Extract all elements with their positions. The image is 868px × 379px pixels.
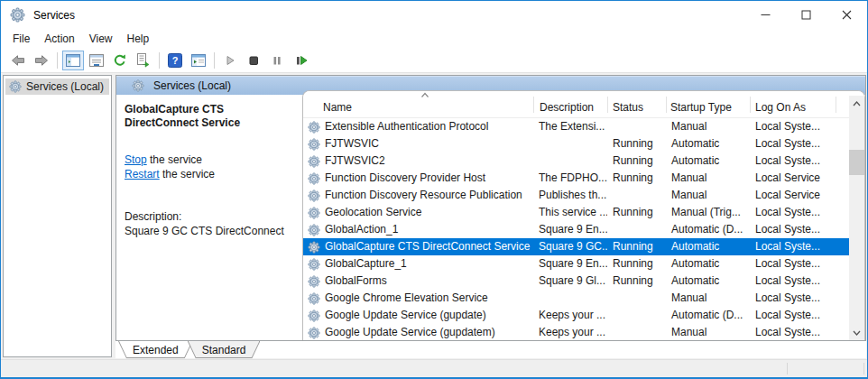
stop-service-button[interactable] bbox=[243, 51, 264, 70]
service-row[interactable]: GlobalCapture_1Square 9 En...RunningAuto… bbox=[303, 255, 849, 273]
service-name-cell: FJTWSVIC2 bbox=[303, 153, 533, 170]
minimize-icon bbox=[761, 10, 771, 20]
action-pane-icon bbox=[191, 54, 206, 67]
scroll-down-button[interactable] bbox=[849, 325, 864, 340]
menu-action[interactable]: Action bbox=[37, 30, 81, 48]
toolbar-separator bbox=[214, 52, 215, 69]
service-startup-type: Automatic bbox=[666, 238, 750, 255]
stop-service-link[interactable]: Stop bbox=[125, 153, 147, 166]
column-header-startup-type[interactable]: Startup Type bbox=[670, 101, 732, 114]
service-gear-icon bbox=[308, 327, 320, 339]
service-gear-icon bbox=[308, 121, 320, 134]
service-startup-type: Manual bbox=[666, 324, 750, 340]
service-gear-icon bbox=[308, 172, 320, 185]
menu-file[interactable]: File bbox=[5, 30, 37, 48]
menu-help[interactable]: Help bbox=[120, 30, 157, 48]
column-header-name[interactable]: Name bbox=[323, 101, 352, 114]
service-gear-icon bbox=[308, 292, 320, 305]
restart-service-button[interactable] bbox=[290, 51, 311, 70]
service-name-cell: Function Discovery Provider Host bbox=[303, 170, 533, 187]
forward-arrow-icon bbox=[34, 53, 49, 68]
service-row[interactable]: Extensible Authentication ProtocolThe Ex… bbox=[303, 118, 849, 135]
service-log-on-as: Local Syste... bbox=[750, 238, 849, 255]
service-row[interactable]: Google Update Service (gupdate)Keeps you… bbox=[303, 307, 849, 324]
service-log-on-as: Local Syste... bbox=[750, 221, 849, 238]
service-row[interactable]: Google Chrome Elevation ServiceManualLoc… bbox=[303, 290, 849, 307]
service-row[interactable]: FJTWSVIC2RunningAutomaticLocal Syste... bbox=[303, 153, 849, 170]
service-row[interactable]: GlobalAction_1Square 9 En...Automatic (D… bbox=[303, 221, 849, 238]
restart-service-suffix: the service bbox=[160, 168, 215, 180]
scroll-up-icon bbox=[853, 101, 861, 106]
service-name-cell: GlobalCapture CTS DirectConnect Service bbox=[303, 238, 533, 255]
svg-text:?: ? bbox=[172, 55, 179, 66]
service-startup-type: Automatic bbox=[666, 135, 750, 153]
service-description: The FDPHO... bbox=[533, 170, 607, 187]
refresh-button[interactable] bbox=[109, 51, 131, 70]
column-divider[interactable] bbox=[836, 97, 836, 113]
column-header-description[interactable]: Description bbox=[540, 101, 594, 114]
service-startup-type: Automatic (D... bbox=[666, 221, 750, 238]
scrollbar-thumb[interactable] bbox=[849, 150, 864, 175]
close-button[interactable] bbox=[826, 1, 867, 29]
service-row[interactable]: Function Discovery Resource PublicationP… bbox=[303, 187, 849, 204]
service-startup-type: Manual bbox=[666, 290, 750, 307]
console-tree-pane: Services (Local) bbox=[3, 75, 112, 357]
menu-view[interactable]: View bbox=[82, 30, 120, 48]
maximize-button[interactable] bbox=[786, 1, 826, 29]
service-description-block: Description: Square 9 GC CTS DirectConne… bbox=[125, 209, 295, 238]
column-divider[interactable] bbox=[750, 97, 751, 113]
column-header-status[interactable]: Status bbox=[613, 101, 643, 114]
service-name-cell: GlobalForms bbox=[303, 273, 533, 290]
service-gear-icon bbox=[308, 224, 320, 236]
minimize-button[interactable] bbox=[745, 1, 786, 29]
service-row[interactable]: Function Discovery Provider HostThe FDPH… bbox=[303, 170, 849, 187]
service-log-on-as: Local Syste... bbox=[750, 255, 849, 273]
forward-button[interactable] bbox=[31, 51, 52, 70]
service-row[interactable]: GlobalCapture CTS DirectConnect ServiceS… bbox=[303, 238, 849, 255]
tree-item-services-local[interactable]: Services (Local) bbox=[5, 79, 109, 95]
service-name-cell: GlobalCapture_1 bbox=[303, 255, 533, 273]
service-log-on-as: Local Syste... bbox=[750, 204, 849, 221]
tab-extended[interactable]: Extended bbox=[118, 341, 193, 358]
service-name: FJTWSVIC bbox=[325, 135, 379, 153]
vertical-scrollbar[interactable] bbox=[849, 96, 864, 340]
service-status bbox=[607, 187, 666, 204]
service-name: Geolocation Service bbox=[325, 204, 421, 221]
service-name: GlobalAction_1 bbox=[325, 221, 398, 238]
service-row[interactable]: Geolocation ServiceThis service ...Runni… bbox=[303, 204, 849, 221]
pause-service-button[interactable] bbox=[266, 51, 288, 70]
title-bar: Services bbox=[1, 1, 867, 29]
service-status: Running bbox=[607, 273, 666, 290]
result-pane-title: Services (Local) bbox=[153, 79, 231, 92]
scroll-up-button[interactable] bbox=[849, 96, 864, 111]
restart-service-link[interactable]: Restart bbox=[125, 168, 160, 180]
service-name-cell: GlobalAction_1 bbox=[303, 221, 533, 238]
column-divider[interactable] bbox=[533, 97, 534, 113]
service-log-on-as: Local Syste... bbox=[750, 273, 849, 290]
column-divider[interactable] bbox=[607, 97, 608, 113]
export-list-button[interactable] bbox=[133, 51, 154, 70]
service-log-on-as: Local Service bbox=[750, 170, 849, 187]
tab-label: Extended bbox=[133, 344, 179, 356]
properties-button[interactable] bbox=[86, 51, 107, 70]
show-console-tree-button[interactable] bbox=[62, 51, 84, 70]
service-gear-icon bbox=[308, 275, 320, 288]
service-name: Google Chrome Elevation Service bbox=[325, 290, 488, 307]
service-row[interactable]: GlobalFormsSquare 9 Gl...RunningAutomati… bbox=[303, 273, 849, 290]
service-log-on-as: Local Syste... bbox=[750, 118, 849, 135]
sort-ascending-icon bbox=[420, 92, 429, 98]
service-row[interactable]: Google Update Service (gupdatem)Keeps yo… bbox=[303, 324, 849, 340]
service-name-cell: Function Discovery Resource Publication bbox=[303, 187, 533, 204]
status-bar bbox=[1, 359, 867, 377]
service-row[interactable]: FJTWSVICRunningAutomaticLocal Syste... bbox=[303, 135, 849, 153]
maximize-icon bbox=[801, 10, 811, 20]
column-divider[interactable] bbox=[666, 97, 667, 113]
show-action-pane-button[interactable] bbox=[188, 51, 209, 70]
service-gear-icon bbox=[308, 310, 320, 322]
start-service-button[interactable] bbox=[219, 51, 241, 70]
help-button[interactable]: ? bbox=[164, 51, 186, 70]
service-status: Running bbox=[607, 135, 666, 153]
back-button[interactable] bbox=[7, 51, 29, 70]
column-header-log-on-as[interactable]: Log On As bbox=[755, 101, 806, 114]
tab-standard[interactable]: Standard bbox=[188, 341, 261, 358]
